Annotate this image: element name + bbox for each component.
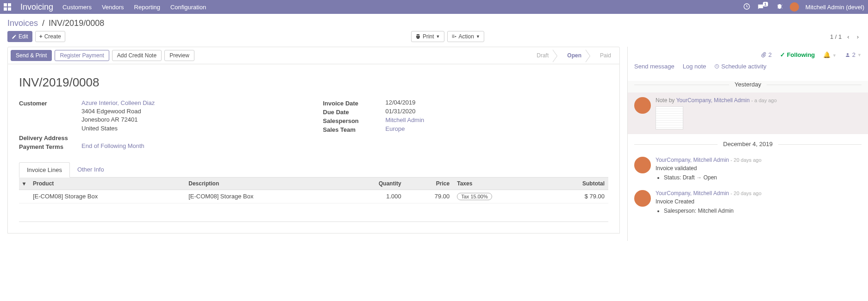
menu-customers[interactable]: Customers bbox=[62, 4, 92, 11]
message: YourCompany, Mitchell Admin - 20 days ag… bbox=[628, 185, 868, 219]
th-subtotal: Subtotal bbox=[544, 178, 608, 190]
menu-vendors[interactable]: Vendors bbox=[102, 4, 124, 11]
avatar bbox=[634, 157, 651, 173]
message-author[interactable]: YourCompany, Mitchell Admin bbox=[656, 157, 729, 163]
message-time: - 20 days ago bbox=[731, 190, 762, 196]
pager-position: 1 / 1 bbox=[830, 33, 842, 40]
message-time: - 20 days ago bbox=[731, 157, 762, 163]
address-line1: 3404 Edgewood Road bbox=[81, 107, 305, 116]
label-invoice-date: Invoice Date bbox=[323, 99, 386, 107]
add-credit-note-button[interactable]: Add Credit Note bbox=[112, 50, 162, 61]
label-terms: Payment Terms bbox=[19, 142, 81, 150]
salesperson-link[interactable]: Mitchell Admin bbox=[386, 117, 425, 123]
avatar bbox=[634, 97, 651, 114]
menu-reporting[interactable]: Reporting bbox=[134, 4, 160, 11]
send-print-button[interactable]: Send & Print bbox=[11, 50, 52, 61]
message-time: - a day ago bbox=[751, 98, 777, 103]
cell-product: [E-COM08] Storage Box bbox=[29, 190, 185, 203]
payment-terms-link[interactable]: End of Following Month bbox=[81, 142, 144, 149]
print-button[interactable]: Print▼ bbox=[411, 31, 444, 42]
address-country: United States bbox=[81, 124, 305, 133]
cell-price: 79.00 bbox=[405, 190, 454, 203]
edit-button[interactable]: Edit bbox=[7, 31, 32, 42]
message-author[interactable]: YourCompany, Mitchell Admin bbox=[656, 190, 729, 197]
date-separator: December 4, 2019 bbox=[628, 141, 868, 147]
clock-icon[interactable] bbox=[743, 3, 750, 12]
expand-column[interactable]: ▾ bbox=[19, 178, 29, 190]
create-button[interactable]: +Create bbox=[35, 31, 65, 42]
chat-badge: 1 bbox=[763, 2, 768, 6]
status-steps: Draft Open Paid bbox=[526, 49, 619, 61]
customer-link[interactable]: Azure Interior, Colleen Diaz bbox=[81, 99, 155, 106]
debug-icon[interactable] bbox=[776, 3, 783, 12]
send-message-button[interactable]: Send message bbox=[634, 63, 674, 70]
chat-icon[interactable]: 1 bbox=[757, 3, 769, 11]
svg-point-1 bbox=[847, 53, 849, 55]
message-text: Invoice validated bbox=[656, 165, 862, 172]
label-salesperson: Salesperson bbox=[323, 117, 386, 124]
pager-next[interactable]: › bbox=[855, 31, 861, 42]
record-title: INV/2019/0008 bbox=[19, 75, 608, 90]
invoice-date: 12/04/2019 bbox=[386, 99, 609, 107]
th-product: Product bbox=[29, 178, 185, 190]
preview-button[interactable]: Preview bbox=[164, 50, 194, 61]
schedule-activity-button[interactable]: Schedule activity bbox=[714, 63, 766, 70]
due-date: 01/31/2020 bbox=[386, 108, 609, 116]
label-sales-team: Sales Team bbox=[323, 125, 386, 133]
message-note: Note by YourCompany, Mitchell Admin - a … bbox=[628, 92, 868, 134]
form-sheet: INV/2019/0008 Customer Azure Interior, C… bbox=[7, 64, 620, 233]
message-text: Invoice Created bbox=[656, 198, 862, 205]
followers-button[interactable]: 2 ▼ bbox=[845, 51, 862, 58]
date-separator: Yesterday bbox=[628, 81, 868, 88]
message: YourCompany, Mitchell Admin - 20 days ag… bbox=[628, 152, 868, 185]
following-button[interactable]: Following bbox=[780, 51, 815, 58]
cell-subtotal: $ 79.00 bbox=[544, 190, 608, 203]
breadcrumb-root[interactable]: Invoices bbox=[7, 18, 38, 28]
user-name[interactable]: Mitchell Admin (devel) bbox=[806, 4, 864, 11]
address-line2: Jonesboro AR 72401 bbox=[81, 116, 305, 124]
label-customer: Customer bbox=[19, 99, 81, 133]
pager: 1 / 1 ‹ › bbox=[830, 31, 861, 42]
breadcrumb: Invoices / INV/2019/0008 bbox=[7, 18, 104, 28]
arrow-right-icon: → bbox=[696, 174, 702, 181]
action-button[interactable]: Action▼ bbox=[447, 31, 484, 42]
menu-configuration[interactable]: Configuration bbox=[170, 4, 206, 11]
user-avatar[interactable] bbox=[790, 2, 799, 12]
breadcrumb-current: INV/2019/0008 bbox=[49, 18, 104, 28]
tax-badge: Tax 15.00% bbox=[457, 193, 492, 200]
attachments-button[interactable]: 2 bbox=[761, 51, 772, 58]
invoice-lines-table: ▾ Product Description Quantity Price Tax… bbox=[19, 178, 608, 222]
top-navigation: Invoicing Customers Vendors Reporting Co… bbox=[0, 0, 868, 14]
th-price: Price bbox=[405, 178, 454, 190]
tab-invoice-lines[interactable]: Invoice Lines bbox=[19, 162, 70, 178]
sales-team-link[interactable]: Europe bbox=[386, 125, 405, 132]
tabs: Invoice Lines Other Info bbox=[19, 162, 608, 178]
th-description: Description bbox=[185, 178, 340, 190]
th-quantity: Quantity bbox=[340, 178, 405, 190]
attachment-thumb[interactable] bbox=[656, 106, 683, 129]
log-note-button[interactable]: Log note bbox=[683, 63, 706, 70]
label-delivery: Delivery Address bbox=[19, 134, 81, 141]
breadcrumb-separator: / bbox=[42, 18, 44, 28]
status-draft[interactable]: Draft bbox=[526, 49, 557, 61]
apps-icon[interactable] bbox=[4, 3, 11, 11]
table-row[interactable]: [E-COM08] Storage Box [E-COM08] Storage … bbox=[19, 190, 608, 203]
cell-qty: 1.000 bbox=[340, 190, 405, 203]
message-author[interactable]: YourCompany, Mitchell Admin bbox=[676, 97, 750, 104]
register-payment-button[interactable]: Register Payment bbox=[55, 50, 109, 61]
avatar bbox=[634, 190, 651, 207]
statusbar: Send & Print Register Payment Add Credit… bbox=[7, 47, 620, 64]
th-taxes: Taxes bbox=[453, 178, 544, 190]
top-menu: Customers Vendors Reporting Configuratio… bbox=[62, 4, 206, 11]
chatter: 2 Following 🔔 ▼ 2 ▼ Send message Log not… bbox=[627, 47, 868, 241]
pager-prev[interactable]: ‹ bbox=[845, 31, 851, 42]
status-open[interactable]: Open bbox=[557, 49, 590, 61]
app-name[interactable]: Invoicing bbox=[20, 2, 53, 12]
status-paid[interactable]: Paid bbox=[590, 49, 619, 61]
tab-other-info[interactable]: Other Info bbox=[70, 162, 112, 177]
bell-icon[interactable]: 🔔 ▼ bbox=[823, 51, 837, 58]
label-due-date: Due Date bbox=[323, 108, 386, 116]
cell-description: [E-COM08] Storage Box bbox=[185, 190, 340, 203]
